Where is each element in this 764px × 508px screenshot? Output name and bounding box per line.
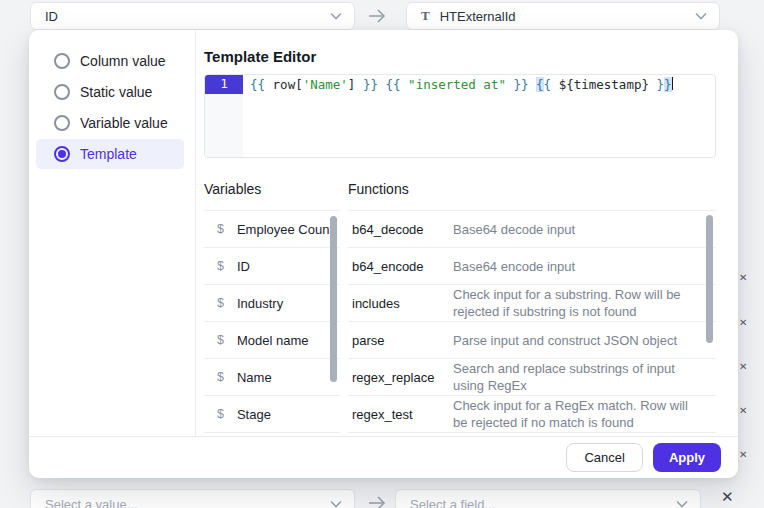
value-select-placeholder: Select a value...	[45, 497, 138, 508]
variables-scrollbar[interactable]	[330, 216, 337, 382]
function-description: Check input for a RegEx match. Row will …	[453, 397, 705, 431]
remove-mapping-icon[interactable]: ✕	[739, 449, 747, 460]
functions-scrollbar[interactable]	[706, 215, 713, 343]
radio-option-column-value[interactable]: Column value	[36, 46, 184, 76]
code-token: "inserted at"	[408, 77, 506, 92]
code-token: }}	[363, 77, 378, 92]
radio-icon	[54, 84, 70, 100]
modal-footer: Cancel Apply	[29, 436, 738, 478]
variable-label: Model name	[237, 333, 309, 348]
chevron-down-icon	[676, 500, 688, 508]
variable-item[interactable]: $Name	[204, 359, 340, 396]
remove-mapping-icon[interactable]: ✕	[739, 317, 747, 328]
code-token: row[	[265, 77, 303, 92]
app-root: ID T HTExternalId ✕✕✕✕✕ Select a value..…	[0, 0, 764, 508]
code-token	[378, 77, 386, 92]
chevron-down-icon	[695, 12, 707, 20]
variable-label: ID	[237, 259, 250, 274]
variables-list: $Employee Count$ID$Industry$Model name$N…	[204, 210, 340, 437]
chevron-down-icon	[330, 12, 342, 20]
code-token: {{	[386, 77, 401, 92]
variable-item[interactable]: $Employee Count	[204, 211, 340, 248]
variable-icon: $	[217, 407, 224, 421]
value-select[interactable]: Select a value...	[30, 489, 355, 508]
variable-item[interactable]: $Industry	[204, 285, 340, 322]
variable-label: Employee Count	[237, 222, 333, 237]
radio-option-static-value[interactable]: Static value	[36, 77, 184, 107]
variables-heading: Variables	[204, 181, 261, 197]
code-token: ]	[348, 77, 363, 92]
code-line[interactable]: {{ row['Name'] }} {{ "inserted at" }} {{…	[243, 75, 715, 157]
functions-list: b64_decodeBase64 decode inputb64_encodeB…	[348, 210, 716, 437]
mapping-editor-modal: Column valueStatic valueVariable valueTe…	[29, 30, 738, 478]
functions-heading: Functions	[348, 181, 409, 197]
radio-label: Template	[80, 146, 137, 162]
function-name: regex_replace	[352, 370, 453, 385]
radio-label: Static value	[80, 84, 152, 100]
code-token: ${timestamp}	[551, 77, 656, 92]
variable-item[interactable]: $Stage	[204, 396, 340, 433]
code-token: 'Name'	[303, 77, 348, 92]
code-token	[401, 77, 409, 92]
code-token: {	[544, 77, 552, 92]
field-select-placeholder: Select a field...	[410, 497, 495, 508]
function-item[interactable]: b64_decodeBase64 decode input	[348, 211, 716, 248]
function-item[interactable]: includesCheck input for a substring. Row…	[348, 285, 716, 322]
radio-option-template[interactable]: Template	[36, 139, 184, 169]
code-token: {{	[250, 77, 265, 92]
text-type-icon: T	[421, 8, 430, 24]
radio-dot	[58, 150, 66, 158]
cancel-button[interactable]: Cancel	[566, 443, 642, 472]
radio-label: Column value	[80, 53, 166, 69]
function-name: parse	[352, 333, 453, 348]
value-type-radio-group: Column valueStatic valueVariable valueTe…	[29, 30, 196, 436]
function-name: b64_encode	[352, 259, 453, 274]
remove-mapping-icon[interactable]: ✕	[721, 488, 734, 506]
remove-mapping-icon[interactable]: ✕	[739, 272, 747, 283]
editor-gutter: 1	[205, 75, 243, 157]
code-token: {	[536, 77, 544, 92]
function-item[interactable]: parseParse input and construct JSON obje…	[348, 322, 716, 359]
function-item[interactable]: regex_replaceSearch and replace substrin…	[348, 359, 716, 396]
variable-item[interactable]: $ID	[204, 248, 340, 285]
radio-option-variable-value[interactable]: Variable value	[36, 108, 184, 138]
radio-icon	[54, 146, 70, 162]
radio-icon	[54, 53, 70, 69]
function-item[interactable]: b64_encodeBase64 encode input	[348, 248, 716, 285]
variable-label: Name	[237, 370, 272, 385]
function-description: Search and replace substrings of input u…	[453, 360, 705, 394]
variable-label: Industry	[237, 296, 283, 311]
variable-icon: $	[217, 370, 224, 384]
function-item[interactable]: regex_testCheck input for a RegEx match.…	[348, 396, 716, 433]
radio-label: Variable value	[80, 115, 168, 131]
code-token: }	[664, 77, 672, 92]
variable-icon: $	[217, 259, 224, 273]
code-token: }}	[513, 77, 528, 92]
function-name: includes	[352, 296, 453, 311]
active-line-number: 1	[205, 75, 243, 94]
template-editor-title: Template Editor	[204, 48, 316, 65]
radio-icon	[54, 115, 70, 131]
code-token	[529, 77, 537, 92]
variable-icon: $	[217, 222, 224, 236]
template-code-editor[interactable]: 1 {{ row['Name'] }} {{ "inserted at" }} …	[204, 74, 716, 158]
field-select[interactable]: Select a field...	[395, 489, 701, 508]
function-description: Base64 decode input	[453, 221, 705, 238]
source-column-select[interactable]: ID	[30, 2, 355, 30]
destination-field-select[interactable]: T HTExternalId	[406, 2, 720, 30]
arrow-right-icon	[360, 4, 394, 28]
variable-item[interactable]: $Model name	[204, 322, 340, 359]
variable-label: Stage	[237, 407, 271, 422]
function-name: b64_decode	[352, 222, 453, 237]
remove-mapping-icon[interactable]: ✕	[739, 405, 747, 416]
chevron-down-icon	[330, 500, 342, 508]
text-cursor	[672, 77, 673, 90]
function-name: regex_test	[352, 407, 453, 422]
variable-icon: $	[217, 333, 224, 347]
destination-field-value: HTExternalId	[440, 9, 516, 24]
remove-mapping-icon[interactable]: ✕	[739, 361, 747, 372]
function-description: Parse input and construct JSON object	[453, 332, 705, 349]
apply-button[interactable]: Apply	[653, 443, 721, 472]
code-token: }	[657, 77, 665, 92]
function-description: Base64 encode input	[453, 258, 705, 275]
